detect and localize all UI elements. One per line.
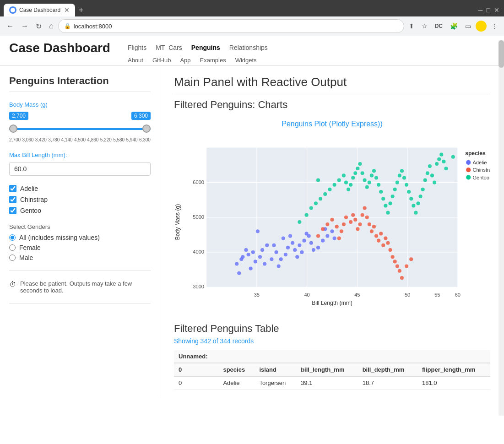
chinstrap-dot: [372, 225, 376, 228]
active-tab[interactable]: Case Dashboard ✕: [4, 4, 75, 16]
menu-button[interactable]: ⋮: [488, 21, 500, 32]
legend-gentoo-label: Gentoo: [472, 175, 489, 180]
gentoo-dot: [363, 178, 367, 182]
maximize-btn[interactable]: □: [487, 6, 490, 14]
svg-point-0: [11, 8, 15, 12]
checkbox-chinstrap-label[interactable]: Chinstrap: [20, 196, 48, 203]
nav-widgets[interactable]: Widgets: [232, 55, 260, 65]
range-label-5: 4,500: [74, 137, 86, 142]
chinstrap-dot: [393, 260, 397, 263]
radio-male: Male: [9, 254, 151, 261]
cell-bill-depth: 18.7: [358, 376, 417, 390]
chinstrap-dot: [384, 237, 387, 240]
reload-button[interactable]: ↻: [33, 20, 44, 32]
col-flipper: flipper_length_mm: [417, 363, 490, 376]
range-label-2: 3,420: [35, 137, 47, 142]
max-bill-control: Max Bill Length (mm):: [9, 152, 151, 176]
gentoo-dot: [384, 204, 387, 207]
gentoo-dot: [414, 211, 417, 215]
radio-all: All (includes missing values): [9, 234, 151, 241]
nav-relationships[interactable]: Relationships: [226, 42, 271, 53]
scrollbar[interactable]: [499, 40, 504, 416]
gentoo-dot: [435, 162, 439, 166]
extension-dc-button[interactable]: DC: [432, 21, 445, 31]
extensions-button[interactable]: 🧩: [447, 21, 461, 32]
legend-adelie-label: Adelie: [472, 160, 487, 165]
top-nav: Flights MT_Cars Penguins Relationships A…: [124, 40, 271, 65]
chinstrap-dot: [391, 255, 395, 259]
minimize-btn[interactable]: ─: [478, 6, 483, 14]
checkbox-gentoo-label[interactable]: Gentoo: [20, 207, 41, 214]
app-title: Case Dashboard: [9, 40, 110, 60]
checkbox-adelie-label[interactable]: Adelie: [20, 185, 38, 192]
y-tick-5000: 5000: [193, 214, 204, 220]
max-bill-input[interactable]: [9, 162, 151, 176]
tab-close-button[interactable]: ✕: [64, 6, 70, 14]
range-label-6: 4,860: [87, 137, 98, 142]
species-group-header: [218, 350, 255, 363]
nav-github[interactable]: GitHub: [149, 55, 174, 65]
bill-length-group-header: [296, 350, 358, 363]
radio-male-input[interactable]: [9, 254, 16, 261]
adelie-dot: [284, 253, 287, 256]
bookmark-button[interactable]: ☆: [419, 21, 430, 32]
range-label-8: 5,580: [113, 137, 125, 142]
profile-button[interactable]: [476, 21, 487, 32]
sidebar-toggle-button[interactable]: ▭: [462, 21, 474, 32]
adelie-dot: [288, 234, 292, 238]
checkbox-gentoo-input[interactable]: [9, 207, 16, 214]
share-button[interactable]: ⬆: [406, 21, 417, 32]
nav-app[interactable]: App: [176, 55, 194, 65]
home-button[interactable]: ⌂: [46, 20, 56, 32]
table-section-title: Filtered Penguins Table: [174, 323, 490, 335]
gentoo-dot: [344, 181, 348, 184]
scrollbar-thumb[interactable]: [499, 40, 504, 68]
col-island: island: [255, 363, 296, 376]
close-browser-btn[interactable]: ✕: [494, 6, 499, 14]
main-layout: Penguins Interaction Body Mass (g) 2,700…: [0, 66, 504, 399]
new-tab-button[interactable]: +: [79, 6, 84, 14]
gentoo-dot: [402, 176, 406, 179]
gentoo-dot: [388, 201, 392, 205]
nav-mt-cars[interactable]: MT_Cars: [152, 42, 186, 53]
address-bar[interactable]: 🔒 localhost:8000: [58, 19, 404, 33]
gentoo-dot: [323, 192, 327, 196]
gender-control: Select Genders All (includes missing val…: [9, 223, 151, 261]
radio-female-input[interactable]: [9, 244, 16, 251]
table-header: Unnamed: 0 species island bi: [174, 350, 490, 376]
nav-penguins[interactable]: Penguins: [188, 42, 224, 53]
range-label-7: 5,220: [100, 137, 112, 142]
nav-about[interactable]: About: [124, 55, 147, 65]
app-header: Case Dashboard Flights MT_Cars Penguins …: [0, 36, 504, 66]
gentoo-dot: [351, 176, 355, 179]
radio-female-label[interactable]: Female: [19, 244, 41, 251]
range-label-1: 3,060: [22, 137, 33, 142]
gentoo-dot: [444, 167, 448, 170]
chinstrap-dot: [330, 218, 334, 222]
plot-link[interactable]: Penguins Plot (Plotly Express)): [174, 120, 490, 128]
range-min-value: 2,700: [9, 112, 28, 120]
adelie-dot: [251, 250, 255, 254]
gentoo-dot: [319, 197, 322, 200]
tab-title: Case Dashboard: [19, 7, 60, 13]
flipper-group-header: [417, 350, 490, 363]
forward-button[interactable]: →: [18, 20, 31, 32]
nav-flights[interactable]: Flights: [124, 42, 150, 53]
chinstrap-dot: [342, 222, 346, 226]
adelie-dot: [235, 262, 238, 265]
adelie-dot: [300, 250, 303, 254]
gentoo-dot: [370, 173, 374, 177]
radio-all-label[interactable]: All (includes missing values): [19, 234, 100, 241]
nav-examples[interactable]: Examples: [196, 55, 230, 65]
radio-all-input[interactable]: [9, 234, 16, 241]
checkbox-adelie-input[interactable]: [9, 185, 16, 192]
back-button[interactable]: ←: [4, 20, 16, 32]
adelie-dot: [241, 255, 244, 259]
radio-male-label[interactable]: Male: [19, 254, 33, 261]
checkbox-chinstrap-input[interactable]: [9, 196, 16, 203]
gentoo-dot: [416, 201, 420, 205]
chinstrap-dot: [379, 232, 383, 235]
legend-gentoo-dot: [466, 175, 471, 179]
data-table: Unnamed: 0 species island bi: [174, 350, 490, 390]
legend-chinstrap-label: Chinstrap: [472, 167, 490, 173]
